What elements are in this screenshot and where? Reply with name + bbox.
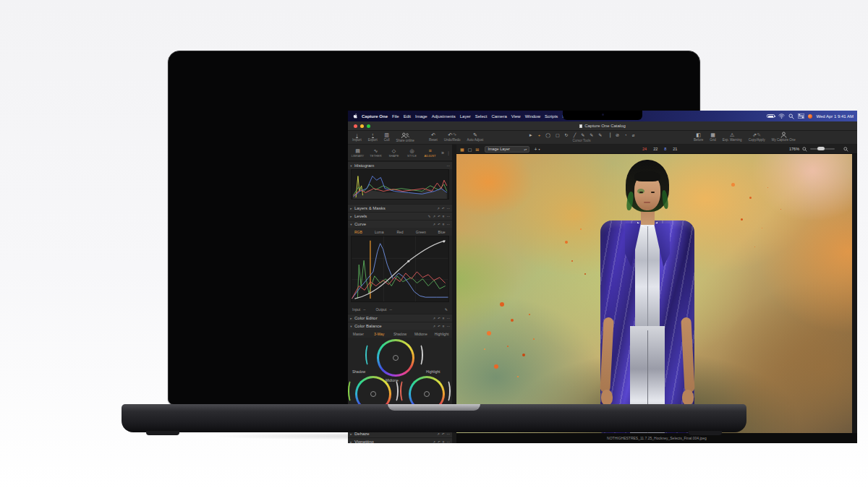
tab-style[interactable]: ◎STYLE [404,147,420,158]
zoom-slider-thumb[interactable] [817,147,825,150]
select-tool-icon[interactable]: ► [529,132,533,138]
add-layer-button[interactable]: + [534,147,537,152]
before-toggle[interactable]: ◧Before [694,132,703,142]
tab-tether[interactable]: ∿TETHER [367,147,384,158]
cb-tab-midtone[interactable]: Midtone [410,332,431,336]
presets-icon[interactable]: ≡ [443,215,445,218]
single-view-icon[interactable]: ▢ [468,147,472,152]
curve-graph[interactable] [351,236,449,302]
cull-button[interactable]: ▥Cull [384,132,390,143]
layer-selector[interactable]: Image Layer▴▾ [485,146,529,153]
battery-icon[interactable] [767,114,775,118]
midtone-color-wheel[interactable] [377,339,414,377]
rotate-tool-icon[interactable]: ↻ [565,132,569,138]
reset-adjustments-icon[interactable]: ↶ [438,223,441,226]
presets-icon[interactable]: ≡ [443,223,445,226]
copy-adjustments-icon[interactable]: ⇗ [433,317,435,320]
menu-layer[interactable]: Layer [460,114,471,119]
exposure-warning-toggle[interactable]: ⚠Exp. Warning [723,132,742,142]
reset-adjustments-icon[interactable]: ↶ [442,432,445,436]
reset-adjustments-icon[interactable]: ↶ [438,325,441,328]
copy-adjustments-icon[interactable]: ⇗ [433,440,435,444]
erase-mask-tool-icon[interactable]: ✎ [590,132,593,138]
curve-tab-red[interactable]: Red [390,230,411,234]
clone-tool-icon[interactable]: ▕ [607,132,610,138]
cb-tab-master[interactable]: Master [348,332,369,336]
copy-adjustments-icon[interactable]: ⇗ [433,223,435,226]
copy-adjustments-icon[interactable]: ⇗ [433,325,435,328]
wifi-icon[interactable] [778,114,785,119]
reset-adjustments-icon[interactable]: ↶ [438,317,441,320]
more-tabs-button[interactable]: » [441,150,444,155]
zoom-in-icon[interactable] [843,147,848,152]
menubar-clock[interactable]: Wed Apr 1 9:41 AM [816,114,854,119]
loupe-tool-icon[interactable]: ◯ [545,132,550,138]
more-icon[interactable]: ⋯ [447,432,451,436]
panel-header-histogram[interactable]: ▾ Histogram ⋯ [348,161,452,169]
copy-apply-button[interactable]: ⇗✎Copy/Apply [749,132,765,142]
crop-tool-icon[interactable]: ▢ [556,132,560,138]
presets-icon[interactable]: ≡ [443,325,445,328]
cb-tab-highlight[interactable]: Highlight [431,332,452,336]
import-button[interactable]: ↓Import [352,132,362,143]
menu-image[interactable]: Image [415,114,427,119]
midtone-saturation-slider[interactable] [365,343,373,367]
panel-header-levels[interactable]: ▸ Levels ✎⇗↶≡⋯ [348,212,452,220]
cb-tab-shadow[interactable]: Shadow [390,332,411,336]
draw-mask-tool-icon[interactable]: ✎ [581,132,584,138]
control-center-icon[interactable] [798,114,804,119]
shadow-saturation-slider[interactable] [348,380,355,403]
grid-toggle[interactable]: ▦Grid [710,132,716,142]
menu-view[interactable]: View [511,114,521,119]
menu-scripts[interactable]: Scripts [545,114,558,119]
more-icon[interactable]: ⋯ [447,164,451,168]
more-icon[interactable]: ⋯ [447,317,451,320]
menu-edit[interactable]: Edit [404,114,411,119]
highlight-luma-slider[interactable] [443,380,451,403]
auto-adjust-button[interactable]: ✎Auto Adjust [467,132,484,142]
copy-adjustments-icon[interactable]: ⇗ [433,215,435,218]
tab-options-button[interactable]: ⋮ [446,150,451,155]
reset-adjustments-icon[interactable]: ↶ [438,215,441,218]
tab-library[interactable]: ▤LIBRARY [349,147,366,158]
panel-header-vignetting[interactable]: ▸ Vignetting ⇗↶≡⋯ [348,437,452,443]
photo-canvas[interactable] [456,154,852,433]
menu-file[interactable]: File [392,114,399,119]
menu-window[interactable]: Window [525,114,540,119]
more-icon[interactable]: ⋯ [447,207,451,210]
reset-adjustments-icon[interactable]: ↶ [442,207,445,210]
copy-adjustments-icon[interactable]: ⇗ [437,432,440,436]
copy-adjustments-icon[interactable]: ⇗ [437,207,440,210]
more-icon[interactable]: ⋯ [447,223,451,226]
presets-icon[interactable]: ≡ [443,440,445,444]
straighten-tool-icon[interactable]: ╱ [574,132,576,138]
pick-levels-icon[interactable]: ✎ [428,215,431,218]
tab-shape[interactable]: ◇SHAPE [386,147,402,158]
zoom-out-icon[interactable] [802,147,807,152]
reset-button[interactable]: ↶Reset [429,132,438,142]
tab-adjust[interactable]: ≡ADJUST [422,147,438,158]
undo-redo-button[interactable]: ↶↷Undo/Redo [444,132,461,142]
pan-tool-icon[interactable]: + [538,132,541,138]
menu-adjustments[interactable]: Adjustments [432,114,456,119]
proof-grid-icon[interactable]: ▦ [460,147,464,152]
heal-tool-icon[interactable]: ✎ [598,132,602,138]
viewer-scrollbar[interactable] [852,154,857,433]
more-icon[interactable]: ⋯ [447,215,451,218]
curve-output-value[interactable]: -- [389,307,391,312]
curve-input-value[interactable]: -- [363,307,365,312]
midtone-luma-slider[interactable] [416,343,423,367]
share-online-button[interactable]: Share online [396,132,414,143]
more-icon[interactable]: ⋯ [447,325,451,328]
eyedropper-tool-icon[interactable]: ⌀ [632,132,635,138]
export-button[interactable]: ↑Export [368,132,378,143]
compare-view-icon[interactable]: ⊞ [475,147,479,152]
more-icon[interactable]: ⋯ [447,440,451,444]
menu-camera[interactable]: Camera [491,114,506,119]
capture-one-menubar-icon[interactable] [808,114,812,119]
highlight-saturation-slider[interactable] [400,380,407,403]
spot-tool-icon[interactable]: ◔ [624,132,627,138]
cb-tab-3way[interactable]: 3-Way [369,332,390,336]
curve-tab-green[interactable]: Green [410,230,431,234]
curve-tab-rgb[interactable]: RGB [348,230,369,234]
